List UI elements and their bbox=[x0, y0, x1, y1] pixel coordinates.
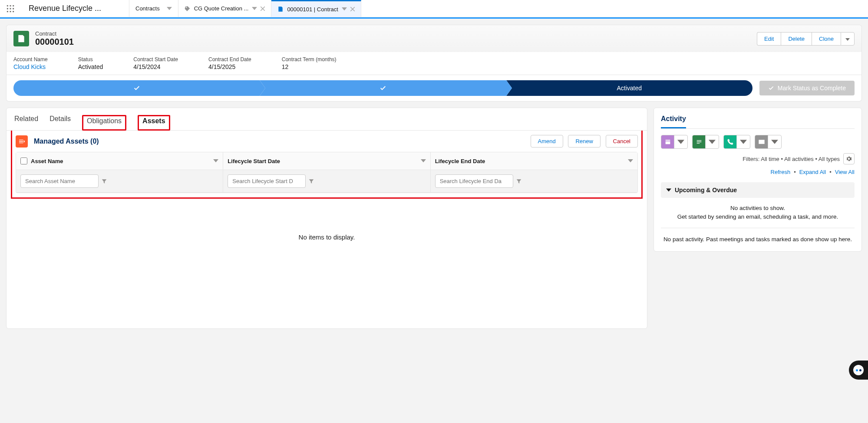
close-icon[interactable] bbox=[261, 7, 265, 11]
app-name: Revenue Lifecycle ... bbox=[21, 0, 129, 17]
app-launcher-icon[interactable] bbox=[0, 0, 21, 17]
log-call-dropdown[interactable] bbox=[737, 135, 750, 148]
tab-obligations[interactable]: Obligations bbox=[87, 117, 122, 125]
tab-related[interactable]: Related bbox=[14, 115, 38, 130]
svg-point-7 bbox=[10, 11, 11, 12]
cancel-button[interactable]: Cancel bbox=[606, 135, 638, 148]
svg-point-3 bbox=[7, 8, 8, 9]
select-all-checkbox[interactable] bbox=[20, 157, 27, 164]
path-stage-1[interactable] bbox=[13, 80, 260, 96]
activity-action-bar bbox=[661, 135, 855, 149]
more-actions-button[interactable] bbox=[841, 32, 855, 46]
path-stage-2[interactable] bbox=[260, 80, 506, 96]
amend-button[interactable]: Amend bbox=[531, 135, 563, 148]
account-name-link[interactable]: Cloud Kicks bbox=[13, 63, 48, 70]
edit-button[interactable]: Edit bbox=[757, 32, 781, 46]
svg-point-5 bbox=[13, 8, 14, 9]
clone-button[interactable]: Clone bbox=[812, 32, 841, 46]
record-header: Contract 00000101 Edit Delete Clone bbox=[6, 25, 862, 52]
col-lifecycle-end: Lifecycle End Date bbox=[435, 158, 485, 164]
detail-tabs: Related Details Obligations Assets bbox=[7, 108, 647, 131]
no-activities-line1: No activities to show. bbox=[665, 204, 850, 213]
renew-button[interactable]: Renew bbox=[568, 135, 600, 148]
tab-assets[interactable]: Assets bbox=[142, 117, 165, 125]
end-date-label: Contract End Date bbox=[208, 56, 251, 62]
new-task-dropdown[interactable] bbox=[706, 135, 719, 148]
activity-panel: Activity bbox=[653, 108, 862, 252]
view-all-link[interactable]: View All bbox=[835, 169, 855, 175]
svg-point-0 bbox=[7, 5, 8, 6]
mark-complete-label: Mark Status as Complete bbox=[778, 85, 846, 92]
chevron-down-icon[interactable] bbox=[213, 159, 218, 162]
status-label: Status bbox=[78, 56, 103, 62]
check-icon bbox=[380, 85, 386, 92]
svg-point-2 bbox=[13, 5, 14, 6]
log-event-dropdown[interactable] bbox=[674, 135, 687, 148]
account-name-label: Account Name bbox=[13, 56, 48, 62]
quote-icon bbox=[185, 6, 191, 12]
term-value: 12 bbox=[282, 63, 337, 70]
tab-contract-record[interactable]: 00000101 | Contract bbox=[271, 0, 361, 17]
svg-point-8 bbox=[13, 11, 14, 12]
filter-asset-name[interactable] bbox=[20, 174, 99, 188]
activity-tab[interactable]: Activity bbox=[661, 115, 686, 128]
col-lifecycle-start: Lifecycle Start Date bbox=[228, 158, 280, 164]
send-email-icon[interactable] bbox=[755, 135, 768, 148]
delete-button[interactable]: Delete bbox=[781, 32, 812, 46]
new-task-icon[interactable] bbox=[693, 135, 706, 148]
record-detail-panel: Related Details Obligations Assets Manag… bbox=[6, 108, 647, 329]
svg-point-1 bbox=[10, 5, 11, 6]
path-bar: Activated Mark Status as Complete bbox=[6, 75, 862, 102]
highlights-panel: Account Name Cloud Kicks Status Activate… bbox=[6, 52, 862, 75]
managed-assets-icon bbox=[16, 135, 28, 148]
svg-point-6 bbox=[7, 11, 8, 12]
filter-lifecycle-end[interactable] bbox=[435, 174, 513, 188]
chevron-down-icon[interactable] bbox=[628, 159, 633, 162]
managed-assets-title: Managed Assets (0) bbox=[34, 138, 99, 145]
close-icon[interactable] bbox=[350, 7, 355, 11]
send-email-dropdown[interactable] bbox=[768, 135, 781, 148]
tab-quote[interactable]: CG Quote Creation ... bbox=[178, 0, 272, 17]
assets-grid: Asset Name Lifecycle Start Date Lifecycl… bbox=[16, 152, 638, 193]
start-date-label: Contract Start Date bbox=[133, 56, 178, 62]
tab-contracts[interactable]: Contracts bbox=[129, 0, 178, 17]
mark-complete-button[interactable]: Mark Status as Complete bbox=[759, 81, 855, 95]
tab-details[interactable]: Details bbox=[50, 115, 71, 130]
filter-icon[interactable] bbox=[308, 178, 314, 184]
log-call-icon[interactable] bbox=[724, 135, 737, 148]
gear-icon bbox=[846, 156, 852, 162]
col-asset-name: Asset Name bbox=[31, 158, 63, 164]
path-stage-current[interactable]: Activated bbox=[506, 80, 752, 96]
activity-empty-upcoming: No activities to show. Get started by se… bbox=[661, 204, 855, 228]
filter-icon[interactable] bbox=[516, 178, 522, 184]
workspace-tab-bar: Revenue Lifecycle ... Contracts CG Quote… bbox=[0, 0, 868, 17]
path-current-label: Activated bbox=[617, 85, 642, 92]
chevron-down-icon bbox=[167, 7, 172, 10]
tab-contracts-label: Contracts bbox=[135, 5, 160, 12]
no-activities-line2: Get started by sending an email, schedul… bbox=[665, 213, 850, 221]
term-label: Contract Term (months) bbox=[282, 56, 337, 62]
end-date-value: 4/15/2025 bbox=[208, 63, 251, 70]
contract-icon bbox=[277, 6, 284, 12]
record-actions: Edit Delete Clone bbox=[757, 32, 855, 46]
upcoming-overdue-header[interactable]: Upcoming & Overdue bbox=[661, 182, 855, 198]
status-value: Activated bbox=[78, 63, 103, 70]
svg-point-4 bbox=[10, 8, 11, 9]
filter-lifecycle-start[interactable] bbox=[228, 174, 306, 188]
refresh-link[interactable]: Refresh bbox=[771, 169, 791, 175]
contract-record-icon bbox=[13, 31, 29, 46]
filter-icon[interactable] bbox=[101, 178, 107, 184]
activity-filters-text: Filters: All time • All activities • All… bbox=[743, 156, 840, 162]
check-icon bbox=[133, 85, 140, 92]
tab-quote-label: CG Quote Creation ... bbox=[194, 5, 249, 12]
start-date-value: 4/15/2024 bbox=[133, 63, 178, 70]
activity-settings-button[interactable] bbox=[843, 153, 855, 164]
chevron-down-icon[interactable] bbox=[342, 7, 347, 10]
expand-all-link[interactable]: Expand All bbox=[799, 169, 826, 175]
log-event-icon[interactable] bbox=[661, 135, 674, 148]
chevron-down-icon[interactable] bbox=[252, 7, 257, 10]
assets-highlight-region: Managed Assets (0) Amend Renew Cancel bbox=[11, 131, 643, 199]
chevron-down-icon[interactable] bbox=[421, 159, 426, 162]
record-object-label: Contract bbox=[35, 30, 74, 37]
activity-empty-past: No past activity. Past meetings and task… bbox=[661, 234, 855, 244]
